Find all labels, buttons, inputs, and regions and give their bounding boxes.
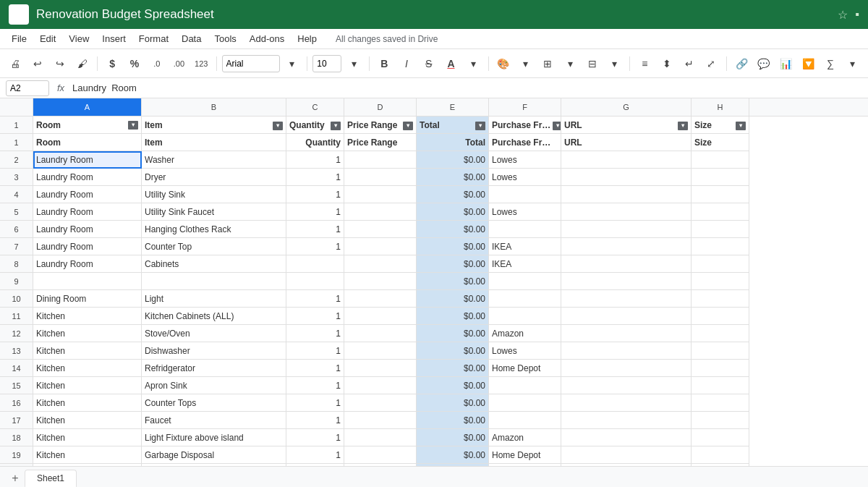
cell-b7[interactable]: Counter Top bbox=[142, 238, 286, 255]
cell-d3[interactable] bbox=[344, 169, 417, 186]
cell-b12[interactable]: Stove/Oven bbox=[142, 325, 286, 342]
cell-f17[interactable] bbox=[489, 412, 561, 429]
cell-a17[interactable]: Kitchen bbox=[33, 412, 142, 429]
cell-b3[interactable]: Dryer bbox=[142, 169, 286, 186]
filter-a-icon[interactable]: ▾ bbox=[128, 121, 138, 130]
cell-e12[interactable]: $0.00 bbox=[417, 325, 489, 342]
cell-d1[interactable]: Price Range ▾ bbox=[344, 117, 417, 134]
cell-a12[interactable]: Kitchen bbox=[33, 325, 142, 342]
cell-d19[interactable] bbox=[344, 446, 417, 464]
cell-c12[interactable]: 1 bbox=[286, 325, 344, 342]
cell-a13[interactable]: Kitchen bbox=[33, 342, 142, 360]
cell-f10[interactable] bbox=[489, 290, 561, 308]
cell-f13[interactable]: Lowes bbox=[489, 342, 561, 360]
cell-e6[interactable]: $0.00 bbox=[417, 221, 489, 238]
cell-a2[interactable]: Laundry Room bbox=[33, 151, 142, 169]
cell-a10[interactable]: Dining Room bbox=[33, 290, 142, 308]
col-header-d[interactable]: D bbox=[344, 98, 417, 116]
wrap-button[interactable]: ↵ bbox=[679, 54, 699, 74]
cell-h20[interactable] bbox=[692, 464, 749, 466]
cell-c8[interactable] bbox=[286, 255, 344, 273]
cell-f7[interactable]: IKEA bbox=[489, 238, 561, 255]
cell-d8[interactable] bbox=[344, 255, 417, 273]
rotate-button[interactable]: ⤢ bbox=[702, 54, 721, 74]
cell-b2[interactable]: Washer bbox=[142, 151, 286, 169]
cell-c5[interactable]: 1 bbox=[286, 203, 344, 221]
cell-g3[interactable] bbox=[561, 169, 692, 186]
cell-b1[interactable]: Item ▾ bbox=[142, 117, 286, 134]
add-sheet-button[interactable]: + bbox=[6, 469, 25, 487]
cell-a6[interactable]: Laundry Room bbox=[33, 221, 142, 238]
cell-a14[interactable]: Kitchen bbox=[33, 360, 142, 377]
cell-a8[interactable]: Laundry Room bbox=[33, 255, 142, 273]
row-num-10[interactable]: 10 bbox=[0, 290, 33, 308]
cell-d18[interactable] bbox=[344, 429, 417, 446]
col-header-f[interactable]: F bbox=[489, 98, 561, 116]
cell-h8[interactable] bbox=[692, 255, 749, 273]
cell-d2[interactable] bbox=[344, 151, 417, 169]
cell-a16[interactable]: Kitchen bbox=[33, 394, 142, 412]
cell-e17[interactable]: $0.00 bbox=[417, 412, 489, 429]
filter-b-icon[interactable]: ▾ bbox=[273, 122, 283, 130]
cell-g19[interactable] bbox=[561, 446, 692, 464]
filter-e-icon[interactable]: ▾ bbox=[475, 122, 485, 130]
filter-g-icon[interactable]: ▾ bbox=[678, 122, 688, 130]
cell-c20[interactable]: 1 bbox=[286, 464, 344, 466]
number-format-button[interactable]: 123 bbox=[192, 54, 211, 74]
cell-g18[interactable] bbox=[561, 429, 692, 446]
cell-b14[interactable]: Refridgerator bbox=[142, 360, 286, 377]
paint-format-button[interactable]: 🖌 bbox=[72, 54, 92, 74]
text-color-dropdown[interactable]: ▾ bbox=[464, 54, 483, 74]
menu-addons[interactable]: Add-ons bbox=[244, 32, 290, 46]
cell-f3[interactable]: Lowes bbox=[489, 169, 561, 186]
cell-c16[interactable]: 1 bbox=[286, 394, 344, 412]
cell-b8[interactable]: Cabinets bbox=[142, 255, 286, 273]
currency-button[interactable]: $ bbox=[103, 54, 122, 74]
row-num-17[interactable]: 17 bbox=[0, 412, 33, 429]
cell-f16[interactable] bbox=[489, 394, 561, 412]
cell-c18[interactable]: 1 bbox=[286, 429, 344, 446]
cell-b10[interactable]: Light bbox=[142, 290, 286, 308]
row-num-19[interactable]: 19 bbox=[0, 446, 33, 464]
cell-c14[interactable]: 1 bbox=[286, 360, 344, 377]
cell-g8[interactable] bbox=[561, 255, 692, 273]
cell-b17[interactable]: Faucet bbox=[142, 412, 286, 429]
row-num-20[interactable]: 20 bbox=[0, 464, 33, 466]
cell-c10[interactable]: 1 bbox=[286, 290, 344, 308]
cell-f12[interactable]: Amazon bbox=[489, 325, 561, 342]
filter-c-icon[interactable]: ▾ bbox=[331, 122, 341, 130]
redo-button[interactable]: ↪ bbox=[50, 54, 69, 74]
cell-d17[interactable] bbox=[344, 412, 417, 429]
cell-f8[interactable]: IKEA bbox=[489, 255, 561, 273]
italic-button[interactable]: I bbox=[397, 54, 417, 74]
percent-button[interactable]: % bbox=[125, 54, 145, 74]
font-size-dropdown-button[interactable]: ▾ bbox=[344, 54, 364, 74]
menu-format[interactable]: Format bbox=[133, 32, 174, 46]
cell-f5[interactable]: Lowes bbox=[489, 203, 561, 221]
cell-g11[interactable] bbox=[561, 308, 692, 325]
print-button[interactable]: 🖨 bbox=[6, 54, 25, 74]
cell-g15[interactable] bbox=[561, 377, 692, 394]
borders-dropdown[interactable]: ▾ bbox=[561, 54, 580, 74]
cell-a3[interactable]: Laundry Room bbox=[33, 169, 142, 186]
bold-button[interactable]: B bbox=[375, 54, 394, 74]
cell-d13[interactable] bbox=[344, 342, 417, 360]
text-color-button[interactable]: A bbox=[441, 54, 461, 74]
cell-h10[interactable] bbox=[692, 290, 749, 308]
cell-d12[interactable] bbox=[344, 325, 417, 342]
row-num-12[interactable]: 12 bbox=[0, 325, 33, 342]
cell-f6[interactable] bbox=[489, 221, 561, 238]
cell-f20[interactable]: Home Depot bbox=[489, 464, 561, 466]
cell-c6[interactable]: 1 bbox=[286, 221, 344, 238]
sheet-tab-1[interactable]: Sheet1 bbox=[25, 470, 77, 487]
cell-c3[interactable]: 1 bbox=[286, 169, 344, 186]
cell-h13[interactable] bbox=[692, 342, 749, 360]
cell-g9[interactable] bbox=[561, 273, 692, 290]
cell-e13[interactable]: $0.00 bbox=[417, 342, 489, 360]
cell-h15[interactable] bbox=[692, 377, 749, 394]
cell-a9[interactable] bbox=[33, 273, 142, 290]
cell-a20[interactable] bbox=[33, 464, 142, 466]
cell-e1[interactable]: Total bbox=[417, 134, 489, 151]
cell-f18[interactable]: Amazon bbox=[489, 429, 561, 446]
cell-h18[interactable] bbox=[692, 429, 749, 446]
